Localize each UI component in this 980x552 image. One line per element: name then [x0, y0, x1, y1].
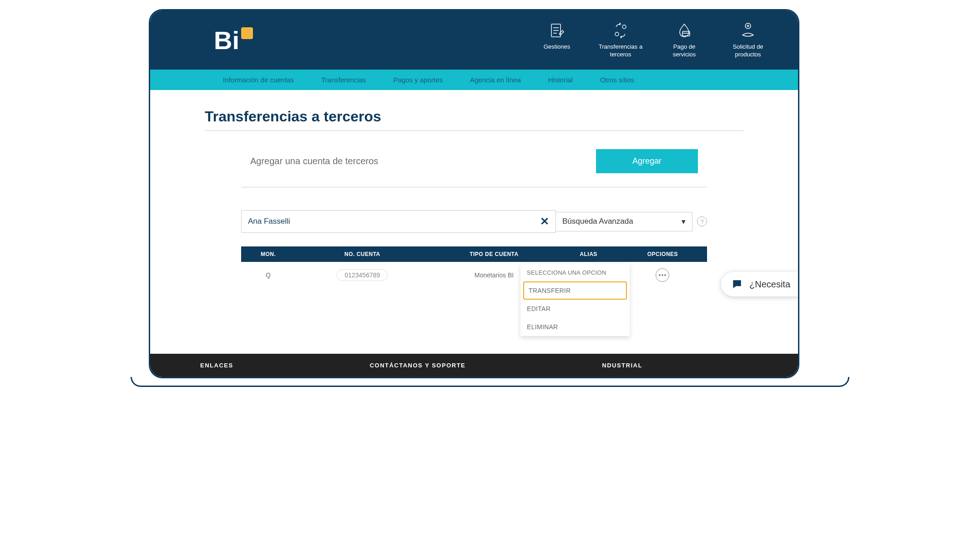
footer: ENLACES CONTÁCTANOS Y SOPORTE NDUSTRIAL	[150, 354, 798, 377]
chat-label: ¿Necesita	[749, 279, 790, 290]
menu-item-info-cuentas[interactable]: Información de cuentas	[223, 76, 294, 84]
chat-bubble-icon	[731, 278, 743, 290]
main-content: Transferencias a terceros Agregar una cu…	[150, 90, 798, 326]
logo-text: Bi	[214, 25, 239, 55]
clear-search-icon[interactable]: ✕	[540, 215, 549, 228]
cell-mon: Q	[241, 262, 295, 288]
drop-card-icon	[675, 21, 693, 40]
top-action-pago[interactable]: Pago de servicios	[662, 21, 707, 59]
top-action-label: Pago de servicios	[662, 43, 707, 59]
footer-contact[interactable]: CONTÁCTANOS Y SOPORTE	[370, 362, 466, 369]
menu-item-pagos[interactable]: Pagos y aportes	[394, 76, 443, 84]
top-bar: Bi Gestiones Transferencias a terceros P…	[150, 10, 798, 70]
top-actions: Gestiones Transferencias a terceros Pago…	[534, 21, 771, 59]
options-button[interactable]	[656, 268, 669, 282]
accounts-table: MON. NO. CUENTA TIPO DE CUENTA ALIAS OPC…	[241, 246, 707, 288]
logo-square-icon	[241, 27, 253, 39]
top-action-transferencias[interactable]: Transferencias a terceros	[598, 21, 643, 59]
table-row: Q 0123456789 Monetarios BI	[241, 262, 707, 288]
menu-item-historial[interactable]: Historial	[548, 76, 573, 84]
search-input[interactable]	[248, 217, 540, 226]
svg-point-1	[615, 32, 619, 36]
menu-item-otros[interactable]: Otros sitios	[600, 76, 634, 84]
chevron-down-icon: ▾	[682, 217, 686, 226]
cell-options	[618, 262, 707, 288]
advanced-search-label: Búsqueda Avanzada	[562, 217, 633, 226]
accounts-table-wrap: MON. NO. CUENTA TIPO DE CUENTA ALIAS OPC…	[241, 246, 707, 288]
dropdown-item-transferir[interactable]: TRANSFERIR	[523, 281, 627, 300]
top-action-label: Solicitud de productos	[725, 43, 771, 59]
col-alias: ALIAS	[559, 246, 618, 262]
top-action-solicitud[interactable]: Solicitud de productos	[725, 21, 771, 59]
menu-item-agencia[interactable]: Agencia en línea	[470, 76, 521, 84]
top-action-label: Gestiones	[544, 43, 571, 51]
col-type: TIPO DE CUENTA	[429, 246, 559, 262]
menu-item-transferencias[interactable]: Transferencias	[321, 76, 366, 84]
col-options: OPCIONES	[618, 246, 707, 262]
menu-bar: Información de cuentas Transferencias Pa…	[150, 70, 798, 90]
top-action-gestiones[interactable]: Gestiones	[534, 21, 580, 59]
add-button[interactable]: Agregar	[596, 149, 698, 173]
footer-links[interactable]: ENLACES	[200, 362, 233, 369]
footer-right: NDUSTRIAL	[602, 362, 642, 369]
dropdown-item-editar[interactable]: EDITAR	[520, 300, 630, 318]
svg-point-2	[622, 25, 626, 29]
hand-plus-icon	[739, 21, 757, 40]
search-row: ✕ Búsqueda Avanzada ▾ ?	[241, 210, 707, 233]
col-mon: MON.	[241, 246, 295, 262]
top-action-label: Transferencias a terceros	[598, 43, 643, 59]
add-account-row: Agregar una cuenta de terceros Agregar	[241, 149, 707, 187]
document-edit-icon	[548, 21, 566, 40]
chat-widget[interactable]: ¿Necesita	[721, 272, 799, 296]
dropdown-header: SELECCIONA UNA OPCION	[520, 264, 630, 281]
dropdown-item-eliminar[interactable]: ELIMINAR	[520, 318, 630, 336]
advanced-search-select[interactable]: Búsqueda Avanzada ▾	[556, 212, 692, 231]
options-dropdown: SELECCIONA UNA OPCION TRANSFERIR EDITAR …	[520, 264, 630, 336]
account-chip: 0123456789	[337, 269, 388, 281]
search-box: ✕	[241, 210, 556, 233]
transfer-arrows-icon	[611, 21, 630, 40]
col-account: NO. CUENTA	[295, 246, 429, 262]
laptop-base	[131, 377, 849, 387]
page-title: Transferencias a terceros	[205, 108, 743, 131]
add-account-label: Agregar una cuenta de terceros	[250, 156, 378, 166]
cell-account: 0123456789	[295, 262, 429, 288]
logo: Bi	[214, 25, 253, 55]
help-icon[interactable]: ?	[697, 216, 707, 226]
